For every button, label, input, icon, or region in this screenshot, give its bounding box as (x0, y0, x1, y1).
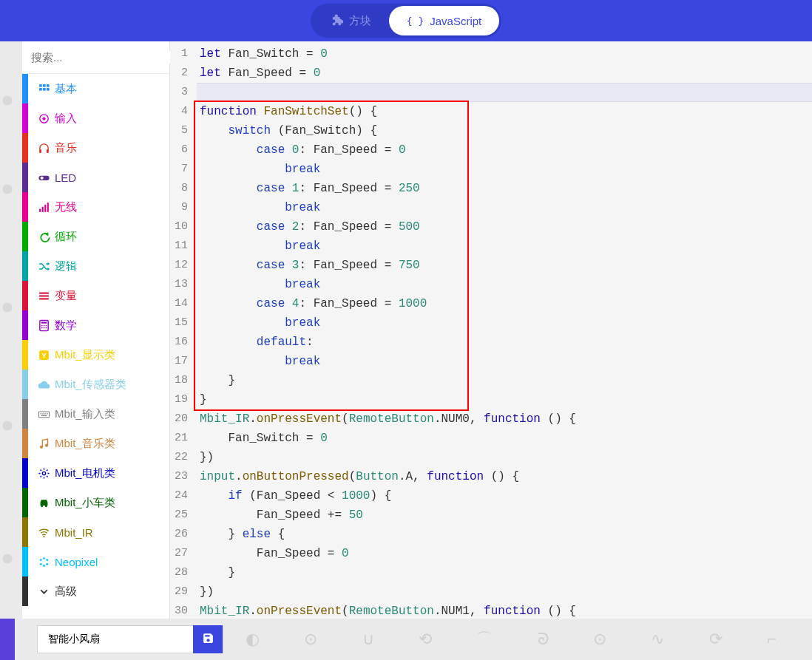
svg-point-13 (40, 176, 43, 179)
category-color-bar (22, 458, 28, 488)
category-music[interactable]: 音乐 (22, 133, 169, 163)
svg-point-43 (41, 505, 43, 507)
category-mbit_ir[interactable]: Mbit_IR (22, 517, 169, 547)
code-line[interactable]: case 3: Fan_Speed = 750 (200, 256, 812, 275)
code-line[interactable]: break (200, 160, 812, 179)
svg-rect-34 (38, 411, 49, 417)
category-label: 无线 (55, 200, 77, 214)
svg-rect-2 (39, 84, 42, 87)
svg-point-9 (42, 117, 45, 120)
save-icon (202, 632, 214, 647)
code-line[interactable]: } (200, 563, 812, 582)
category-variables[interactable]: 变量 (22, 281, 169, 310)
editor-mode-tabs: 方块 { } JavaScript (311, 4, 502, 38)
code-line[interactable]: break (200, 313, 812, 333)
svg-rect-10 (39, 149, 41, 152)
keyboard-icon (33, 408, 55, 421)
code-line[interactable]: switch (Fan_Switch) { (200, 121, 812, 140)
code-line[interactable]: let Fan_Speed = 0 (200, 64, 812, 83)
svg-marker-19 (47, 262, 50, 265)
toggle-icon (33, 171, 55, 184)
tab-javascript[interactable]: { } JavaScript (389, 6, 500, 35)
category-input[interactable]: 输入 (22, 103, 169, 133)
category-color-bar (22, 576, 28, 606)
category-color-bar (22, 74, 28, 103)
code-editor[interactable]: 1234567891011121314151617181920212223242… (170, 41, 812, 619)
svg-point-49 (39, 562, 41, 565)
category-label: Mbit_显示类 (55, 348, 115, 362)
code-line[interactable]: }) (200, 582, 812, 602)
braces-icon: { } (407, 16, 424, 27)
headphones-icon (33, 142, 55, 154)
category-label: 基本 (55, 82, 77, 96)
chevron-icon (33, 585, 55, 598)
target-icon (33, 112, 55, 125)
code-line[interactable] (200, 83, 812, 102)
category-mbit_sensor[interactable]: Mbit_传感器类 (22, 370, 169, 399)
category-math[interactable]: 数学 (22, 310, 169, 340)
shuffle-icon (33, 260, 55, 273)
svg-rect-11 (47, 149, 49, 152)
category-logic[interactable]: 逻辑 (22, 251, 169, 281)
svg-point-30 (43, 327, 44, 328)
puzzle-icon (331, 13, 343, 28)
category-loops[interactable]: 循环 (22, 222, 169, 251)
category-color-bar (22, 370, 28, 399)
category-color-bar (22, 547, 28, 576)
code-line[interactable]: break (200, 275, 812, 294)
category-mbit_display[interactable]: YMbit_显示类 (22, 340, 169, 370)
code-line[interactable]: Fan_Speed += 50 (200, 506, 812, 525)
code-line[interactable]: case 4: Fan_Speed = 1000 (200, 294, 812, 313)
category-label: 音乐 (55, 141, 77, 155)
code-line[interactable]: case 0: Fan_Speed = 0 (200, 140, 812, 160)
svg-rect-23 (39, 298, 49, 299)
code-line[interactable]: if (Fan_Speed < 1000) { (200, 486, 812, 506)
code-line[interactable]: Fan_Speed = 0 (200, 544, 812, 563)
category-label: Neopixel (55, 556, 98, 568)
code-line[interactable]: break (200, 237, 812, 256)
code-line[interactable]: Mbit_IR.onPressEvent(RemoteButton.NUM1, … (200, 602, 812, 619)
category-basic[interactable]: 基本 (22, 74, 169, 103)
category-neopixel[interactable]: Neopixel (22, 547, 169, 576)
code-line[interactable]: Mbit_IR.onPressEvent(RemoteButton.NUM0, … (200, 409, 812, 429)
code-line[interactable]: } (200, 390, 812, 409)
svg-point-48 (46, 559, 48, 561)
code-line[interactable]: case 2: Fan_Speed = 500 (200, 217, 812, 237)
save-button[interactable] (193, 625, 223, 653)
category-mbit_motor[interactable]: Mbit_电机类 (22, 458, 169, 488)
category-radio[interactable]: 无线 (22, 192, 169, 222)
category-led[interactable]: LED (22, 163, 169, 192)
code-line[interactable]: } (200, 371, 812, 390)
svg-rect-3 (43, 84, 46, 87)
code-line[interactable]: }) (200, 448, 812, 467)
svg-point-41 (44, 443, 47, 446)
tab-blocks[interactable]: 方块 (313, 6, 389, 35)
code-line[interactable]: break (200, 352, 812, 371)
tab-javascript-label: JavaScript (430, 15, 481, 27)
simulator-collapsed (0, 41, 22, 619)
code-line[interactable]: input.onButtonPressed(Button.A, function… (200, 467, 812, 486)
category-mbit_music[interactable]: Mbit_音乐类 (22, 429, 169, 458)
svg-rect-15 (41, 206, 43, 211)
category-label: Mbit_音乐类 (55, 437, 115, 451)
svg-rect-14 (39, 208, 41, 211)
svg-rect-21 (39, 292, 49, 293)
category-mbit_input[interactable]: Mbit_输入类 (22, 399, 169, 429)
code-line[interactable]: let Fan_Switch = 0 (200, 44, 812, 64)
code-line[interactable]: case 1: Fan_Speed = 250 (200, 179, 812, 198)
category-color-bar (22, 222, 28, 251)
tab-blocks-label: 方块 (349, 14, 371, 28)
grid-icon (33, 83, 55, 95)
category-label: Mbit_传感器类 (55, 378, 126, 392)
category-mbit_car[interactable]: Mbit_小车类 (22, 488, 169, 517)
code-line[interactable]: } else { (200, 525, 812, 544)
code-line[interactable]: Fan_Switch = 0 (200, 429, 812, 448)
category-advanced[interactable]: 高级 (22, 576, 169, 606)
code-content[interactable]: let Fan_Switch = 0let Fan_Speed = 0funct… (197, 41, 812, 619)
search-input[interactable] (31, 51, 172, 64)
project-name-input[interactable] (38, 626, 193, 653)
code-line[interactable]: break (200, 198, 812, 217)
code-line[interactable]: default: (200, 333, 812, 352)
code-line[interactable]: function FanSwitchSet() { (200, 102, 812, 121)
svg-point-42 (42, 472, 45, 474)
